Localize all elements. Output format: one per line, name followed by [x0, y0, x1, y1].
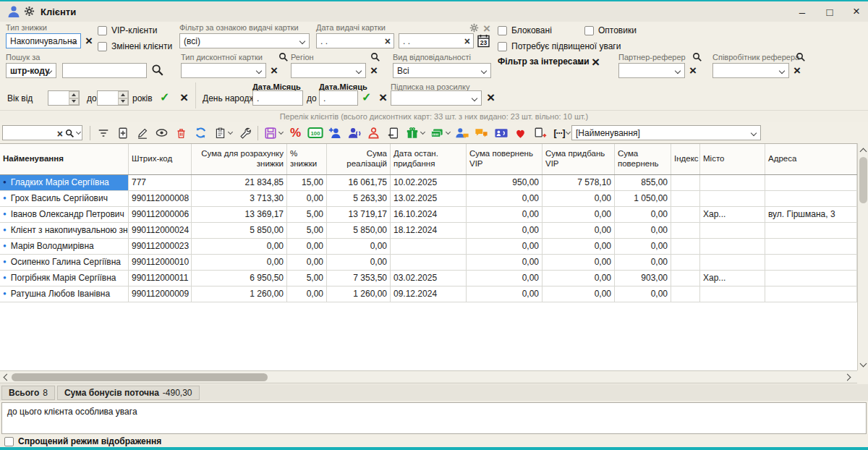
table-cell[interactable]	[671, 207, 700, 222]
quick-search-input[interactable]: ×	[2, 125, 82, 140]
clear-age-icon[interactable]: ×	[180, 90, 188, 104]
chevron-down-icon[interactable]	[227, 130, 232, 135]
table-cell[interactable]: 0,00	[192, 239, 287, 254]
clear-date-icon[interactable]: ×	[464, 36, 470, 46]
table-cell[interactable]: 990112000006	[129, 207, 192, 222]
scroll-down-icon[interactable]	[858, 358, 868, 370]
scroll-left-icon[interactable]	[0, 371, 11, 383]
table-cell[interactable]	[765, 223, 857, 238]
table-cell[interactable]: 777	[129, 175, 192, 190]
card-issue-filter-select[interactable]: (всі)	[179, 33, 310, 48]
horizontal-scrollbar[interactable]	[0, 370, 857, 383]
table-cell[interactable]: 0,00	[615, 207, 671, 222]
table-cell[interactable]	[765, 175, 857, 190]
gift-icon[interactable]	[403, 124, 427, 142]
favorites-icon[interactable]	[511, 124, 530, 142]
client-name-cell[interactable]: ●Осипенко Галина Сергіївна	[0, 255, 129, 270]
vertical-scrollbar[interactable]	[857, 143, 868, 370]
table-cell[interactable]	[700, 175, 765, 190]
column-header[interactable]: Місто	[700, 144, 765, 174]
table-cell[interactable]: Хар...	[700, 271, 765, 286]
column-header[interactable]: Сума для розрахунку знижки	[192, 144, 287, 174]
clear-employee-icon[interactable]: ×	[793, 64, 801, 77]
clear-mailing-icon[interactable]: ×	[487, 90, 495, 104]
simplified-mode-checkbox[interactable]: Спрощений режим відображення	[4, 436, 161, 446]
issue-date-to-input[interactable]: . .×	[399, 33, 474, 48]
table-cell[interactable]: 990112000024	[129, 223, 192, 238]
clear-partner-icon[interactable]: ×	[689, 64, 697, 77]
region-search-icon[interactable]	[370, 52, 380, 62]
spin-down-icon[interactable]	[118, 98, 128, 106]
delete-client-icon[interactable]	[171, 124, 191, 142]
table-cell[interactable]: 5,00	[287, 223, 327, 238]
clear-search-icon[interactable]: ×	[57, 129, 63, 139]
table-cell[interactable]: 10.02.2025	[391, 175, 467, 190]
table-cell[interactable]: 0,00	[615, 239, 671, 254]
person-message-icon[interactable]	[452, 124, 472, 142]
table-row[interactable]: ●Клієнт з накопичувальною зн...990112000…	[0, 223, 857, 239]
table-cell[interactable]: 0,00	[467, 255, 542, 270]
chevron-down-icon[interactable]	[446, 130, 451, 135]
barcode-100-icon[interactable]: 100	[305, 124, 325, 142]
table-cell[interactable]: 990112000008	[129, 191, 192, 206]
calendar-icon[interactable]: 23	[477, 34, 490, 48]
table-row[interactable]: ●Погрібняк Марія Сергіївна9901120000116 …	[0, 271, 857, 286]
scroll-up-icon[interactable]	[858, 144, 868, 156]
table-cell[interactable]: 990112000009	[129, 286, 192, 302]
clear-date-icon[interactable]: ×	[385, 36, 391, 46]
contact-card-icon[interactable]	[491, 124, 511, 142]
mailing-select[interactable]	[391, 90, 482, 106]
maximize-button[interactable]: □	[820, 4, 840, 20]
add-person-icon[interactable]	[325, 124, 344, 142]
spin-up-icon[interactable]	[118, 91, 128, 98]
employee-search-icon[interactable]	[796, 52, 806, 62]
clear-card-type-icon[interactable]: ×	[271, 64, 278, 77]
table-cell[interactable]: 13.02.2025	[391, 191, 467, 206]
table-cell[interactable]: 1 260,00	[192, 286, 287, 302]
spin-down-icon[interactable]	[69, 98, 79, 106]
table-cell[interactable]: 0,00	[287, 191, 327, 206]
vip-clients-checkbox[interactable]: VIP-клієнти	[98, 25, 157, 35]
table-cell[interactable]: 0,00	[615, 223, 671, 238]
discount-cards-icon[interactable]	[427, 124, 452, 142]
issue-date-from-input[interactable]: . .×	[316, 33, 394, 48]
birthday-from-input[interactable]: .	[252, 90, 303, 106]
table-cell[interactable]: 0,00	[542, 286, 615, 302]
column-header[interactable]: % знижки	[287, 144, 327, 174]
column-header[interactable]: Індекс	[671, 144, 700, 174]
discount-percent-icon[interactable]: %	[286, 124, 305, 142]
table-cell[interactable]: 0,00	[542, 191, 615, 206]
table-cell[interactable]	[765, 191, 857, 206]
chevron-down-icon[interactable]	[278, 130, 284, 135]
table-cell[interactable]	[671, 286, 700, 302]
table-cell[interactable]: 5,00	[287, 271, 327, 286]
table-cell[interactable]: 990112000010	[129, 255, 192, 270]
chevron-down-icon[interactable]	[76, 130, 81, 135]
tools-icon[interactable]	[235, 124, 255, 142]
age-from-stepper[interactable]	[48, 90, 80, 106]
table-cell[interactable]: 5 850,00	[327, 223, 391, 238]
table-cell[interactable]: 0,00	[192, 255, 287, 270]
attention-checkbox[interactable]: Потребує підвищеної уваги	[498, 41, 621, 51]
table-cell[interactable]: 0,00	[467, 207, 542, 222]
table-cell[interactable]	[671, 223, 700, 238]
table-cell[interactable]: 0,00	[467, 223, 542, 238]
table-cell[interactable]: 0,00	[542, 207, 615, 222]
table-cell[interactable]: 990112000011	[129, 271, 192, 286]
search-icon[interactable]	[65, 129, 75, 138]
wholesale-checkbox[interactable]: Оптовики	[584, 25, 637, 35]
table-cell[interactable]: 0,00	[467, 271, 542, 286]
table-cell[interactable]: 950,00	[467, 175, 542, 190]
table-row[interactable]: ●Гладких Марія Сергіївна77721 834,8515,0…	[0, 175, 857, 191]
region-select[interactable]	[291, 63, 366, 78]
date-settings-gear-icon[interactable]	[469, 23, 479, 33]
spin-up-icon[interactable]	[69, 91, 79, 98]
table-cell[interactable]	[391, 239, 467, 254]
discount-type-select[interactable]: Накопичувальна	[6, 33, 81, 48]
table-cell[interactable]: 7 578,10	[542, 175, 615, 190]
age-to-stepper[interactable]	[97, 90, 129, 106]
changed-clients-checkbox[interactable]: Змінені клієнти	[98, 41, 172, 51]
table-cell[interactable]	[671, 239, 700, 254]
table-cell[interactable]: 0,00	[542, 255, 615, 270]
table-row[interactable]: ●Ратушна Любов Іванівна9901120000091 260…	[0, 286, 857, 302]
